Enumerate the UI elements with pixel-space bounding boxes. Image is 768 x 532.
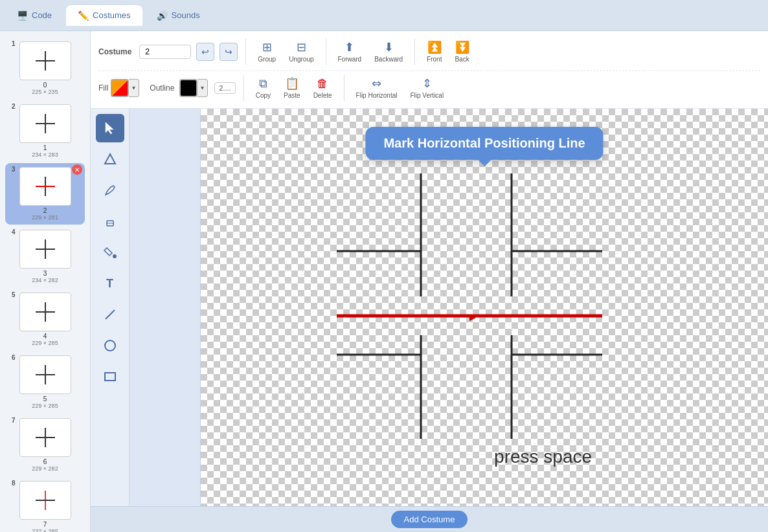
delete-costume-3[interactable]: ✕ <box>72 164 82 175</box>
tab-sounds[interactable]: 🔊 Sounds <box>145 5 212 26</box>
tool-brush[interactable] <box>96 176 124 205</box>
main-layout: 1 0 225 × 235 2 1 234 × 283 3 ✕ 2 229 × … <box>0 31 768 532</box>
costume-size-1: 225 × 235 <box>32 89 58 95</box>
costume-thumb-4 <box>19 230 71 269</box>
costume-item-7[interactable]: 7 6 229 × 282 <box>5 414 85 476</box>
costume-label-3: 2 <box>43 207 47 214</box>
press-space-text: press space <box>494 447 592 467</box>
front-button[interactable]: ⏫ Front <box>423 38 446 65</box>
costume-num-3: 3 <box>12 166 16 173</box>
tool-select[interactable] <box>96 114 124 142</box>
back-button[interactable]: ⏬ Back <box>451 38 473 65</box>
reshape-icon <box>103 152 117 166</box>
flip-horizontal-button[interactable]: ⇔ Flip Horizontal <box>352 74 401 102</box>
cross-icon-6 <box>36 365 55 384</box>
tool-eraser[interactable] <box>96 207 124 236</box>
flip-v-icon: ⇕ <box>422 76 432 91</box>
tool-rectangle[interactable] <box>96 362 124 391</box>
svg-marker-1 <box>105 154 115 164</box>
svg-point-6 <box>105 340 115 351</box>
fill-color-swatch[interactable] <box>111 79 129 97</box>
costume-size-5: 229 × 285 <box>32 340 58 346</box>
costume-size-7: 229 × 282 <box>32 465 58 472</box>
costume-item-8[interactable]: 8 7 232 × 285 <box>5 477 85 532</box>
tool-fill[interactable] <box>96 238 124 267</box>
add-costume-button[interactable]: Add Costume <box>391 511 468 528</box>
forward-button[interactable]: ⬆ Forward <box>334 38 366 65</box>
left-panel <box>130 109 201 506</box>
tooltip-text: Mark Horizontal Positioning Line <box>383 136 585 150</box>
ungroup-button[interactable]: ⊟ Ungroup <box>285 38 317 65</box>
backward-icon: ⬇ <box>384 40 394 54</box>
fill-group: Fill ▾ <box>98 79 139 97</box>
copy-button[interactable]: ⧉ Copy <box>252 74 275 102</box>
fill-bucket-icon <box>103 245 117 260</box>
svg-marker-0 <box>106 122 113 134</box>
flip-vertical-button[interactable]: ⇕ Flip Vertical <box>406 74 447 102</box>
back-label: Back <box>455 56 469 63</box>
tool-line[interactable] <box>96 300 124 329</box>
costume-name-input[interactable] <box>139 45 191 59</box>
undo-button[interactable]: ↩ <box>196 43 214 61</box>
costume-thumb-8 <box>19 481 71 520</box>
cross-icon-1 <box>36 51 55 71</box>
costume-name-label: Costume <box>98 47 131 56</box>
delete-button[interactable]: 🗑 Delete <box>310 74 336 102</box>
canvas-area[interactable]: Mark Horizontal Positioning Line <box>201 109 768 506</box>
costume-label-5: 4 <box>43 333 47 340</box>
costume-label-2: 1 <box>43 144 47 151</box>
costume-list: 1 0 225 × 235 2 1 234 × 283 3 ✕ 2 229 × … <box>0 31 91 532</box>
flip-h-label: Flip Horizontal <box>356 92 398 99</box>
costume-item-3[interactable]: 3 ✕ 2 229 × 281 <box>5 163 85 225</box>
front-icon: ⏫ <box>427 40 442 54</box>
tool-text[interactable]: T <box>96 269 124 298</box>
costume-item-4[interactable]: 4 3 234 × 282 <box>5 226 85 287</box>
forward-icon: ⬆ <box>344 40 354 54</box>
separator-1 <box>245 39 246 65</box>
toolbar: Costume ↩ ↪ ⊞ Group ⊟ Ungroup ⬆ Forward <box>91 31 768 109</box>
tab-costumes[interactable]: ✏️ Costumes <box>66 5 142 26</box>
costume-item-2[interactable]: 2 1 234 × 283 <box>5 100 85 162</box>
costume-size-8: 232 × 285 <box>32 528 58 532</box>
svg-line-5 <box>106 310 115 319</box>
dash-value-label: 2.... <box>214 82 235 94</box>
cross-graphic <box>330 167 609 445</box>
costume-label-6: 5 <box>43 395 47 403</box>
costume-item-1[interactable]: 1 0 225 × 235 <box>5 38 85 99</box>
fill-color-dropdown[interactable]: ▾ <box>129 79 139 97</box>
forward-label: Forward <box>338 56 362 63</box>
cross-icon-2 <box>36 114 55 133</box>
toolbar-row-2: Fill ▾ Outline ▾ 2.... ⧉ <box>98 71 760 104</box>
backward-button[interactable]: ⬇ Backward <box>370 38 407 65</box>
code-icon: 🖥️ <box>17 10 28 21</box>
costume-size-6: 229 × 285 <box>32 403 58 409</box>
costume-thumb-7 <box>19 418 71 457</box>
svg-point-4 <box>113 254 117 258</box>
costume-item-5[interactable]: 5 4 229 × 285 <box>5 289 85 350</box>
tab-code[interactable]: 🖥️ Code <box>5 5 63 26</box>
costume-thumb-3 <box>19 167 71 206</box>
costume-num-4: 4 <box>12 228 16 236</box>
outline-color-swatch[interactable] <box>179 79 198 97</box>
tool-circle[interactable] <box>96 331 124 360</box>
tool-reshape[interactable] <box>96 145 124 173</box>
tab-code-label: Code <box>32 10 52 20</box>
costume-num-6: 6 <box>12 354 16 361</box>
costume-thumb-2 <box>19 104 71 143</box>
flip-v-label: Flip Vertical <box>410 92 444 99</box>
outline-group: Outline ▾ 2.... <box>150 79 235 97</box>
costume-item-6[interactable]: 6 5 229 × 285 <box>5 351 85 413</box>
group-button[interactable]: ⊞ Group <box>254 38 280 65</box>
fill-label: Fill <box>98 83 108 93</box>
cross-icon-5 <box>36 302 55 322</box>
cross-icon-7 <box>36 428 55 447</box>
copy-label: Copy <box>256 92 271 99</box>
backward-label: Backward <box>374 56 403 63</box>
redo-button[interactable]: ↪ <box>220 43 238 61</box>
outline-color-dropdown[interactable]: ▾ <box>198 79 208 97</box>
paste-button[interactable]: 📋 Paste <box>280 74 304 102</box>
circle-icon <box>103 338 117 353</box>
costume-num-5: 5 <box>12 291 16 298</box>
tooltip-bubble: Mark Horizontal Positioning Line <box>365 127 603 160</box>
costume-num-2: 2 <box>12 103 16 110</box>
